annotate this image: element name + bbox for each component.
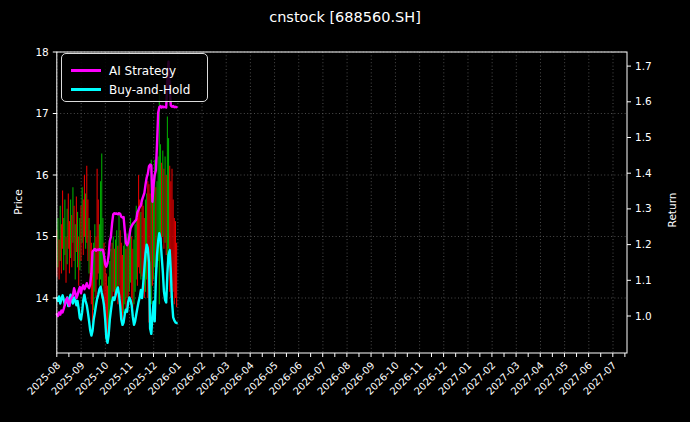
buy-and-hold-line-swatch <box>71 88 101 91</box>
svg-text:18: 18 <box>35 46 48 58</box>
legend: AI Strategy Buy-and-Hold <box>61 53 208 102</box>
svg-text:1.2: 1.2 <box>635 238 652 250</box>
legend-label: Buy-and-Hold <box>109 84 190 96</box>
legend-item-ai-strategy: AI Strategy <box>71 61 207 80</box>
svg-text:1.4: 1.4 <box>635 167 652 179</box>
price-axis-label: Price <box>12 172 24 232</box>
svg-text:1.5: 1.5 <box>635 131 652 143</box>
return-axis-label: Return <box>666 180 678 240</box>
svg-text:16: 16 <box>35 169 49 181</box>
ai-strategy-line-swatch <box>71 69 101 72</box>
svg-text:1.3: 1.3 <box>635 202 652 214</box>
svg-text:1.7: 1.7 <box>635 60 652 72</box>
legend-item-buy-and-hold: Buy-and-Hold <box>71 80 207 99</box>
svg-text:15: 15 <box>35 230 48 242</box>
return-tick-labels: 1.01.11.21.31.41.51.61.7 <box>635 60 652 322</box>
svg-text:14: 14 <box>35 292 49 304</box>
svg-text:1.6: 1.6 <box>635 95 652 107</box>
chart-figure: cnstock [688560.SH] 2025-082025-092025-1… <box>0 0 690 422</box>
svg-text:17: 17 <box>35 107 48 119</box>
legend-label: AI Strategy <box>109 65 176 77</box>
svg-text:1.1: 1.1 <box>635 274 652 286</box>
price-tick-labels: 1415161718 <box>35 46 49 304</box>
x-tick-labels: 2025-082025-092025-102025-112025-122026-… <box>25 360 618 397</box>
svg-text:1.0: 1.0 <box>635 310 652 322</box>
